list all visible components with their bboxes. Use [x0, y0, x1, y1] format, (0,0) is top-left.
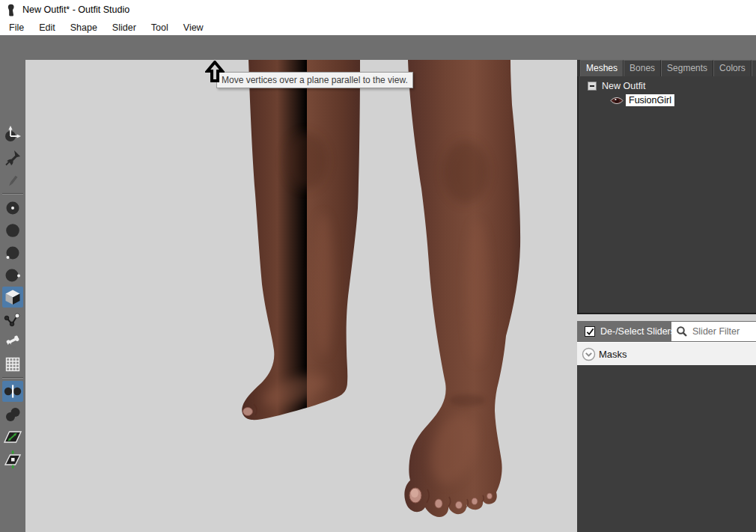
mirror-button[interactable]: [2, 381, 23, 402]
rail-separator: [2, 377, 23, 379]
tab-meshes[interactable]: Meshes: [580, 60, 624, 76]
vertex-pen-icon: [4, 173, 21, 189]
brush-plain-button[interactable]: [2, 220, 23, 241]
tab-lights[interactable]: Lights: [752, 60, 756, 76]
vertex-pen-button[interactable]: [2, 171, 23, 192]
left-tool-rail: [0, 60, 25, 532]
brush-dot-right-button[interactable]: [2, 265, 23, 286]
viewport-3d-render: [25, 60, 577, 532]
tab-segments[interactable]: Segments: [661, 60, 713, 76]
search-icon: [676, 325, 688, 337]
check-icon: [586, 328, 594, 336]
slider-filter-input[interactable]: [691, 325, 752, 337]
slider-filter-box: [671, 322, 756, 341]
view-transform-button[interactable]: [2, 123, 23, 144]
deselect-sliders-label: De-/Select Sliders: [600, 326, 675, 337]
deselect-sliders-checkbox[interactable]: [585, 326, 595, 337]
masks-section-header[interactable]: Masks: [577, 342, 756, 365]
cube-view-button[interactable]: [2, 287, 23, 308]
tree-root-label: New Outfit: [602, 81, 645, 91]
collapse-icon[interactable]: [588, 82, 597, 91]
menu-slider[interactable]: Slider: [105, 21, 144, 34]
menu-edit[interactable]: Edit: [31, 21, 63, 34]
sliders-list-panel: [577, 365, 756, 532]
mesh-panel-tabs: Meshes Bones Segments Colors Lights: [577, 60, 756, 76]
tooltip: Move vertices over a plane parallel to t…: [216, 72, 413, 88]
rail-separator: [2, 193, 23, 195]
grid-icon: [4, 355, 22, 373]
title-bar: New Outfit* - Outfit Studio: [0, 0, 756, 19]
mirror-icon: [3, 382, 22, 400]
menu-file[interactable]: File: [1, 21, 31, 34]
masks-label: Masks: [599, 349, 627, 360]
panel-splitter[interactable]: [577, 314, 756, 321]
vertex-edit-icon: [4, 311, 22, 328]
uv-plane-icon: [3, 427, 22, 447]
brush-plain-icon: [4, 221, 22, 239]
tree-item-new-outfit[interactable]: New Outfit: [588, 81, 645, 91]
visibility-eye-icon[interactable]: [610, 96, 624, 106]
brush-dot-bottomleft-button[interactable]: [2, 242, 23, 263]
outfit-studio-logo-icon: [7, 4, 16, 16]
brush-dot-bottomleft-icon: [4, 244, 22, 262]
menu-tool[interactable]: Tool: [144, 21, 176, 34]
view-transform-icon: [4, 125, 22, 143]
viewport-3d[interactable]: Move vertices over a plane parallel to t…: [25, 60, 577, 532]
grid-button[interactable]: [2, 354, 23, 375]
cube-view-icon: [4, 288, 22, 306]
tree-child-label: FusionGirl: [626, 94, 674, 106]
menu-shape[interactable]: Shape: [63, 21, 105, 34]
cursor-up-arrow-icon: [205, 61, 225, 83]
tree-item-fusiongirl[interactable]: FusionGirl: [610, 94, 674, 106]
mesh-tree-panel: New Outfit FusionGirl: [577, 76, 756, 314]
top-toolbar: Field of View: 65 Brush Settings: [0, 35, 756, 60]
overlap-circles-button[interactable]: [2, 404, 23, 425]
chevron-down-icon[interactable]: [582, 347, 596, 361]
brush-center-dot-button[interactable]: [2, 198, 23, 218]
uv-point-icon: [3, 450, 22, 469]
pin-icon: [4, 149, 22, 167]
window-title: New Outfit* - Outfit Studio: [22, 4, 129, 15]
pin-button[interactable]: [2, 147, 23, 168]
menu-view[interactable]: View: [176, 21, 211, 34]
uv-point-button[interactable]: [2, 449, 23, 470]
tab-bones[interactable]: Bones: [624, 60, 661, 76]
overlap-circles-icon: [4, 406, 22, 424]
menu-bar: File Edit Shape Slider Tool View: [0, 19, 756, 35]
vertex-edit-button[interactable]: [2, 309, 23, 330]
tab-colors[interactable]: Colors: [713, 60, 752, 76]
bone-edit-icon: [4, 333, 22, 351]
uv-plane-button[interactable]: [2, 426, 23, 447]
brush-dot-right-icon: [4, 266, 22, 284]
brush-center-dot-icon: [4, 199, 22, 217]
bone-edit-button[interactable]: [2, 331, 23, 352]
